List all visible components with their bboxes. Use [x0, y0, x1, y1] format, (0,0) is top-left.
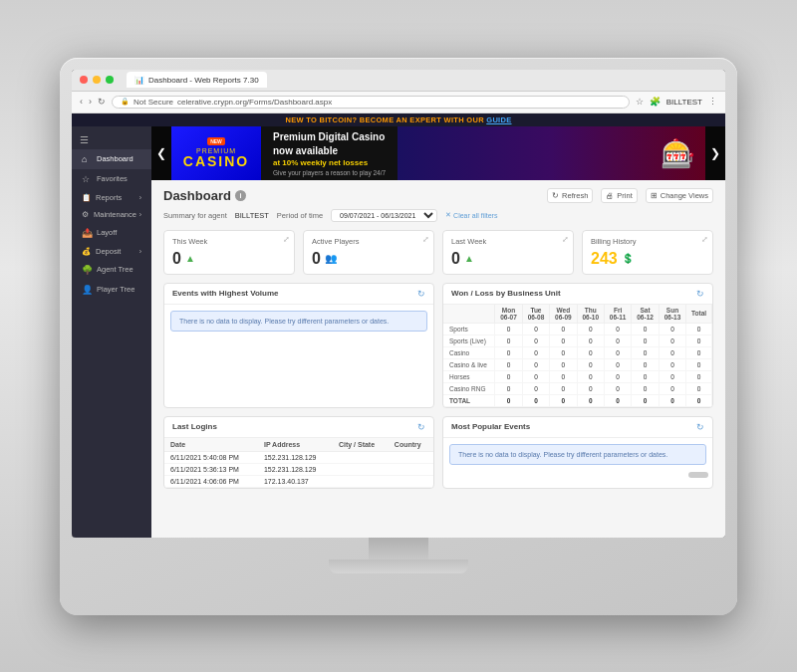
wl-cell: 0 [659, 358, 685, 370]
expand-billing-icon[interactable]: ⤢ [701, 235, 708, 244]
wl-cell: 0 [604, 394, 631, 406]
page-title-text: Dashboard [163, 188, 231, 203]
events-no-data: There is no data to display. Please try … [170, 311, 427, 332]
wl-cell: 0 [632, 346, 659, 358]
promo-subtitle: now available [273, 144, 386, 158]
wl-cell: 0 [550, 323, 577, 335]
events-panel-header: Events with Highest Volume ↻ [164, 284, 433, 305]
expand-this-week-icon[interactable]: ⤢ [283, 235, 290, 244]
wl-cell: 0 [686, 382, 712, 394]
wl-cell: 0 [522, 382, 549, 394]
sidebar-item-player-tree[interactable]: 👤 Player Tree [72, 280, 151, 300]
info-icon[interactable]: i [235, 190, 246, 201]
wl-col-sat: Sat06-12 [632, 305, 659, 324]
wl-cell: 0 [495, 370, 522, 382]
popular-events-scrollbar[interactable] [443, 471, 712, 479]
wl-row-label: TOTAL [443, 394, 495, 406]
expand-active-players-icon[interactable]: ⤢ [422, 235, 429, 244]
sidebar-item-reports[interactable]: 📋 Reports › [72, 189, 151, 206]
sidebar-item-maintenance[interactable]: ⚙ Maintenance › [72, 206, 151, 223]
expand-last-week-icon[interactable]: ⤢ [562, 235, 569, 244]
wl-row-label: Sports (Live) [443, 335, 495, 346]
guide-link[interactable]: GUIDE [486, 115, 511, 124]
dashboard-header: Dashboard i ↻ Refresh 🖨 [163, 188, 713, 203]
promo-decoration: 🎰 [661, 136, 695, 169]
wl-cell: 0 [550, 358, 577, 370]
player-tree-icon: 👤 [82, 285, 92, 295]
url-text: celerative.crypn.org/Forms/Dashboard.asp… [177, 98, 332, 107]
logins-refresh-icon[interactable]: ↻ [417, 422, 425, 432]
refresh-icon: ↻ [552, 191, 559, 200]
promo-inner: NEW PREMIUM CASINO Premium Digital Casin… [171, 126, 705, 180]
promo-next-button[interactable]: ❯ [705, 126, 725, 180]
wl-cell: 0 [577, 382, 604, 394]
main-content: ❮ NEW PREMIUM CASINO Premium Digital Cas… [151, 126, 725, 538]
wl-cell: 0 [659, 394, 685, 406]
close-button[interactable] [80, 76, 88, 84]
popular-events-refresh-icon[interactable]: ↻ [696, 422, 704, 432]
sidebar-item-layoff[interactable]: 📤 Layoff [72, 223, 151, 243]
change-views-button[interactable]: ⊞ Change Views [646, 188, 713, 203]
wl-row-label: Casino [443, 346, 495, 358]
logins-table: Date IP Address City / State Country 6/1… [164, 438, 433, 488]
wl-cell: 0 [686, 394, 712, 406]
login-row: 6/11/2021 5:40:08 PM152.231.128.129 [164, 451, 433, 463]
forward-button[interactable]: › [89, 97, 92, 107]
wl-cell: 0 [550, 382, 577, 394]
period-filter-select[interactable]: 09/07/2021 - 06/13/2021 [331, 209, 437, 222]
app-body: ☰ ⌂ Dashboard ☆ Favorites 📋 Re [72, 126, 725, 538]
refresh-button[interactable]: ↻ Refresh [547, 188, 593, 203]
user-profile[interactable]: BILLTEST [666, 98, 702, 107]
events-refresh-icon[interactable]: ↻ [417, 289, 425, 299]
stat-active-players-value: 0 👥 [312, 250, 425, 268]
announcement-text-after: ? BECOME AN EXPERT WITH OUR [352, 115, 486, 124]
reports-arrow-icon: › [139, 194, 141, 201]
sidebar-item-dashboard[interactable]: ⌂ Dashboard [72, 149, 151, 169]
promo-text: Premium Digital Casino now available at … [261, 130, 398, 176]
scroll-thumb [688, 472, 708, 478]
sidebar-item-favorites[interactable]: ☆ Favorites [72, 169, 151, 189]
wl-cell: 0 [550, 335, 577, 346]
browser-tab[interactable]: 📊 Dashboard - Web Reports 7.30 [127, 72, 267, 88]
logins-col-country: Country [389, 438, 433, 452]
popular-events-header: Most Popular Events ↻ [443, 417, 712, 438]
clear-filters-button[interactable]: ✕ Clear all filters [445, 211, 497, 219]
wl-cell: 0 [632, 382, 659, 394]
wl-row: Sports (Live)00000000 [443, 335, 712, 346]
wl-col-sun: Sun06-13 [659, 305, 685, 324]
sidebar-toggle[interactable]: ☰ [72, 130, 151, 149]
wl-refresh-icon[interactable]: ↻ [696, 289, 704, 299]
address-field[interactable]: 🔒 Not Secure celerative.crypn.org/Forms/… [112, 96, 630, 109]
maximize-button[interactable] [106, 76, 114, 84]
promo-casino-label: CASINO [183, 154, 249, 168]
agent-tree-icon: 🌳 [82, 265, 92, 275]
minimize-button[interactable] [93, 76, 101, 84]
sidebar-label-layoff: Layoff [97, 228, 117, 237]
agent-filter-value: BILLTEST [235, 211, 269, 220]
promo-prev-button[interactable]: ❮ [151, 126, 171, 180]
print-button[interactable]: 🖨 Print [601, 188, 637, 203]
reports-icon: 📋 [82, 193, 91, 202]
wl-cell: 0 [495, 382, 522, 394]
back-button[interactable]: ‹ [80, 97, 83, 107]
wl-row-label: Sports [443, 323, 495, 335]
menu-icon[interactable]: ⋮ [708, 97, 717, 107]
reload-button[interactable]: ↻ [98, 97, 106, 107]
sidebar-item-agent-tree[interactable]: 🌳 Agent Tree [72, 260, 151, 280]
page-title: Dashboard i [163, 188, 246, 203]
bottom-row: Last Logins ↻ Date IP Address [163, 416, 713, 489]
wl-cell: 0 [659, 335, 685, 346]
stat-this-week-title: This Week [172, 237, 286, 246]
wl-col-total: Total [686, 305, 712, 324]
events-panel: Events with Highest Volume ↻ There is no… [163, 283, 434, 408]
sidebar-item-deposit[interactable]: 💰 Deposit › [72, 243, 151, 260]
bookmark-icon[interactable]: ☆ [636, 97, 644, 107]
wl-cell: 0 [686, 346, 712, 358]
wl-row-label: Horses [443, 370, 495, 382]
browser-window: 📊 Dashboard - Web Reports 7.30 ‹ › ↻ 🔒 N… [72, 70, 725, 538]
extensions-icon[interactable]: 🧩 [650, 97, 661, 107]
sidebar-label-favorites: Favorites [97, 174, 128, 183]
wl-cell: 0 [522, 335, 549, 346]
monitor-stand-base [329, 560, 468, 573]
bitcoin-text: BITCOIN [320, 115, 353, 124]
